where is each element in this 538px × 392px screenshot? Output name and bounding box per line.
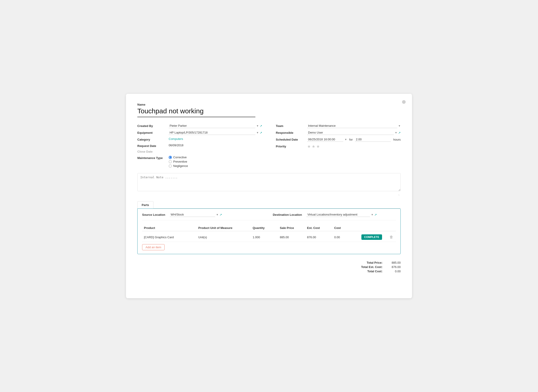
destination-location-dropdown-icon[interactable]: ▼ bbox=[371, 213, 373, 216]
radio-negligence-label: Negligence bbox=[173, 164, 188, 168]
total-est-cost-value: 876.00 bbox=[387, 265, 401, 269]
record-title: Touchpad not working bbox=[137, 107, 255, 117]
close-date-row: Close Date bbox=[137, 150, 262, 153]
radio-preventive[interactable]: Preventive bbox=[169, 160, 188, 163]
total-price-row: Total Price: 885.00 bbox=[353, 261, 401, 264]
equipment-ext-link-icon[interactable]: ↗ bbox=[260, 131, 262, 135]
team-row: Team ▼ bbox=[276, 124, 401, 128]
col-product: Product bbox=[142, 226, 197, 230]
row-quantity: 1.000 bbox=[251, 236, 278, 239]
category-label: Category bbox=[137, 137, 167, 141]
close-date-label: Close Date bbox=[137, 150, 153, 153]
scheduled-date-row: Scheduled Date ▼ for hours bbox=[276, 137, 401, 142]
total-price-label: Total Price: bbox=[353, 261, 382, 264]
scheduled-date-dropdown-icon[interactable]: ▼ bbox=[345, 138, 347, 141]
parts-table: Product Product Unit of Measure Quantity… bbox=[142, 225, 396, 250]
radio-negligence[interactable]: Negligence bbox=[169, 164, 188, 168]
internal-note-textarea[interactable] bbox=[137, 173, 401, 191]
scheduled-date-input[interactable] bbox=[307, 137, 343, 142]
form-left: Created By ▼ ↗ Equipment ▼ ↗ Category Co… bbox=[137, 124, 262, 168]
created-by-input[interactable] bbox=[169, 124, 255, 128]
radio-preventive-label: Preventive bbox=[173, 160, 187, 163]
equipment-input[interactable] bbox=[169, 130, 255, 135]
total-est-cost-row: Total Est. Cost: 876.00 bbox=[353, 265, 401, 269]
row-product: [CARD] Graphics Card bbox=[142, 236, 197, 239]
col-sale-price: Sale Price bbox=[278, 226, 305, 230]
row-est-cost: 876.00 bbox=[305, 236, 333, 239]
duration-input[interactable] bbox=[355, 137, 391, 142]
responsible-ext-link-icon[interactable]: ↗ bbox=[398, 131, 401, 135]
col-cost: Cost bbox=[332, 226, 360, 230]
equipment-dropdown-icon[interactable]: ▼ bbox=[256, 131, 259, 134]
source-location-value: WH/Stock bbox=[170, 212, 215, 217]
total-cost-value: 0.00 bbox=[387, 270, 401, 273]
team-input[interactable] bbox=[307, 124, 397, 128]
total-cost-row: Total Cost: 0.00 bbox=[353, 270, 401, 273]
request-date-label: Request Date bbox=[137, 144, 167, 148]
scheduled-date-label: Scheduled Date bbox=[276, 137, 305, 141]
team-dropdown-icon[interactable]: ▼ bbox=[398, 125, 401, 127]
responsible-row: Responsible ▼ ↗ bbox=[276, 130, 401, 135]
source-location-dropdown-icon[interactable]: ▼ bbox=[216, 213, 219, 216]
responsible-input[interactable] bbox=[307, 130, 394, 135]
equipment-label: Equipment bbox=[137, 130, 167, 135]
destination-location-value: Virtual Locations/Inventory adjustment bbox=[306, 212, 370, 217]
source-location-value-row: WH/Stock ▼ ↗ bbox=[170, 212, 259, 217]
created-by-dropdown-icon[interactable]: ▼ bbox=[256, 125, 259, 127]
destination-location-value-row: Virtual Locations/Inventory adjustment ▼… bbox=[306, 212, 396, 217]
table-row: [CARD] Graphics Card Unit(s) 1.000 885.0… bbox=[142, 233, 396, 242]
col-est-cost: Est. Cost bbox=[305, 226, 333, 230]
category-row: Category Computers bbox=[137, 137, 262, 141]
created-by-value: ▼ ↗ bbox=[169, 124, 262, 128]
col-quantity: Quantity bbox=[251, 226, 278, 230]
tab-parts[interactable]: Parts bbox=[137, 201, 153, 209]
star-3[interactable]: ★ bbox=[316, 144, 320, 149]
col-action bbox=[360, 226, 387, 230]
destination-location-label: Destination Location bbox=[273, 213, 302, 216]
created-by-label: Created By bbox=[137, 124, 167, 128]
form-right: Team ▼ Responsible ▼ ↗ Scheduled Date bbox=[276, 124, 401, 168]
radio-corrective-circle[interactable] bbox=[169, 156, 172, 159]
col-unit: Product Unit of Measure bbox=[197, 226, 251, 230]
radio-preventive-circle[interactable] bbox=[169, 160, 172, 163]
maintenance-type-label: Maintenance Type bbox=[137, 156, 167, 160]
main-card: Name Touchpad not working Created By ▼ ↗… bbox=[126, 94, 412, 298]
tabs-bar: Parts bbox=[137, 201, 401, 209]
row-unit: Unit(s) bbox=[197, 236, 251, 239]
priority-row: Priority ★ ★ ★ bbox=[276, 144, 401, 149]
location-row: Source Location WH/Stock ▼ ↗ Destination… bbox=[142, 212, 396, 220]
resize-handle: ⌞ bbox=[398, 193, 400, 196]
totals-section: Total Price: 885.00 Total Est. Cost: 876… bbox=[137, 261, 401, 273]
radio-negligence-circle[interactable] bbox=[169, 164, 172, 168]
equipment-row: Equipment ▼ ↗ bbox=[137, 130, 262, 135]
priority-stars[interactable]: ★ ★ ★ bbox=[307, 144, 320, 149]
created-by-row: Created By ▼ ↗ bbox=[137, 124, 262, 128]
name-label: Name bbox=[137, 103, 401, 106]
source-location-label: Source Location bbox=[142, 213, 165, 216]
for-label: for bbox=[349, 138, 353, 141]
total-est-cost-label: Total Est. Cost: bbox=[353, 265, 382, 269]
category-value[interactable]: Computers bbox=[169, 137, 262, 140]
radio-corrective[interactable]: Corrective bbox=[169, 156, 188, 159]
priority-label: Priority bbox=[276, 144, 305, 148]
add-item-button[interactable]: Add an item bbox=[142, 244, 165, 250]
total-price-value: 885.00 bbox=[387, 261, 401, 264]
responsible-value: ▼ ↗ bbox=[307, 130, 401, 135]
source-location-ext-link-icon[interactable]: ↗ bbox=[219, 213, 222, 216]
row-sale-price: 885.00 bbox=[278, 236, 305, 239]
complete-button[interactable]: COMPLETE bbox=[361, 234, 382, 240]
parts-section: Source Location WH/Stock ▼ ↗ Destination… bbox=[137, 209, 401, 254]
request-date-row: Request Date 06/09/2018 bbox=[137, 144, 262, 148]
scheduled-date-value: ▼ for hours bbox=[307, 137, 401, 142]
created-by-ext-link-icon[interactable]: ↗ bbox=[260, 124, 262, 128]
team-label: Team bbox=[276, 124, 305, 128]
row-delete-icon[interactable]: 🗑 bbox=[387, 235, 396, 239]
destination-location-ext-link-icon[interactable]: ↗ bbox=[374, 213, 377, 216]
table-header: Product Product Unit of Measure Quantity… bbox=[142, 225, 396, 231]
star-1[interactable]: ★ bbox=[307, 144, 311, 149]
row-cost: 0.00 bbox=[332, 236, 360, 239]
hours-label: hours bbox=[393, 138, 401, 141]
status-dot bbox=[402, 100, 406, 104]
star-2[interactable]: ★ bbox=[312, 144, 315, 149]
responsible-dropdown-icon[interactable]: ▼ bbox=[395, 131, 397, 134]
